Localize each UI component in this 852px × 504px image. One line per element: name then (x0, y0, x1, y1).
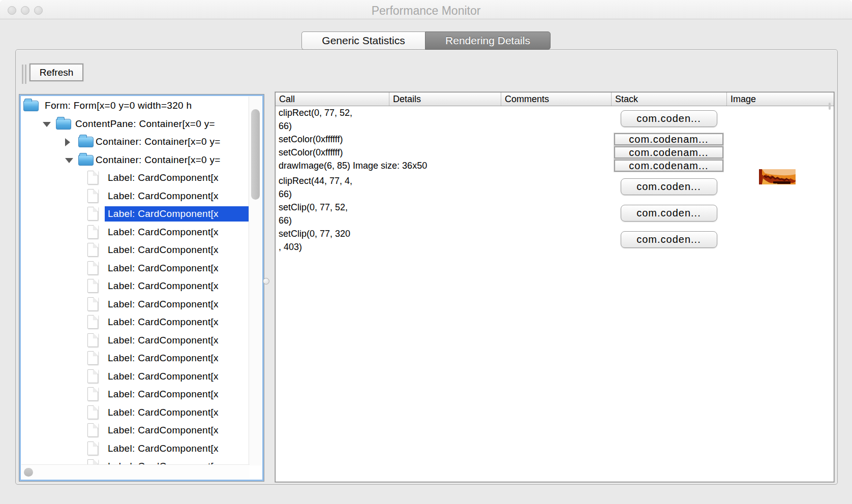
tree-node[interactable]: Label: CardComponent[x (21, 277, 250, 295)
column-header-comments[interactable]: Comments (501, 92, 611, 106)
table-row[interactable]: setColor(0xffffff)com.codenam... (276, 133, 834, 146)
document-icon (87, 243, 98, 257)
comments-cell (501, 227, 611, 254)
details-cell (389, 146, 501, 159)
tree-node[interactable]: Label: CardComponent[x (21, 295, 250, 313)
disclosure-open-icon[interactable] (43, 122, 51, 127)
table-vertical-scrollbar-thumb[interactable] (829, 103, 831, 110)
tree-node-label: Label: CardComponent[x (105, 423, 250, 438)
stack-trace-button[interactable]: com.coden... (621, 178, 717, 195)
tree-node[interactable]: Label: CardComponent[x (21, 223, 250, 241)
comments-cell (501, 106, 611, 133)
stack-cell: com.codenam... (611, 146, 726, 159)
toolbar-drag-handle[interactable] (22, 65, 27, 84)
tree-node-label: Label: CardComponent[x (105, 333, 250, 348)
comments-cell (501, 159, 611, 174)
stack-trace-button[interactable]: com.codenam... (614, 133, 723, 145)
image-cell (726, 146, 834, 159)
tree-node-label: Label: CardComponent[x (105, 387, 250, 402)
tab-rendering-details[interactable]: Rendering Details (425, 32, 551, 50)
image-cell (726, 227, 834, 254)
tree-node[interactable]: Label: CardComponent[x (21, 313, 250, 331)
tree-node[interactable]: Label: CardComponent[x (21, 331, 250, 350)
image-cell (726, 106, 834, 133)
tab-content-panel: Refresh Form: Form[x=0 y=0 width=320 hCo… (15, 49, 838, 485)
tab-bar: Generic Statistics Rendering Details (301, 32, 551, 50)
column-header-call[interactable]: Call (276, 92, 389, 106)
render-calls-table: Call Details Comments Stack Image clipRe… (275, 92, 834, 482)
tree-node-label: Label: CardComponent[x (105, 278, 250, 294)
tree-node-label-selected: Label: CardComponent[x (105, 206, 250, 222)
table-row[interactable]: drawImage(6, 85) Image size: 36x50com.co… (276, 159, 834, 174)
comments-cell (501, 174, 611, 201)
document-icon (87, 387, 98, 401)
stack-cell: com.coden... (611, 227, 726, 254)
tree-node[interactable]: Label: CardComponent[x (21, 439, 250, 458)
tree-node[interactable]: Label: CardComponent[x (21, 241, 250, 259)
tree-node[interactable]: Label: CardComponent[x (21, 169, 250, 187)
app-window: Performance Monitor Generic Statistics R… (0, 0, 852, 504)
tree-node-label: Container: Container[x=0 y= (93, 134, 250, 149)
table-row[interactable]: setColor(0xffffff)com.codenam... (276, 146, 834, 159)
table-header: Call Details Comments Stack Image (276, 92, 834, 106)
tree-vertical-scrollbar[interactable] (249, 97, 262, 465)
table-row[interactable]: clipRect(44, 77, 4, 66)com.coden... (276, 174, 834, 201)
call-cell: drawImage(6, 85) Image size: 36x50 (276, 159, 389, 174)
tree-vertical-scrollbar-thumb[interactable] (251, 109, 260, 200)
component-tree-pane: Form: Form[x=0 y=0 width=320 hContentPan… (19, 94, 264, 482)
details-cell (389, 106, 501, 133)
table-row[interactable]: setClip(0, 77, 320 , 403)com.coden... (276, 227, 834, 254)
folder-icon (23, 101, 39, 111)
tree-node[interactable]: Label: CardComponent[x (21, 205, 250, 223)
document-icon (87, 261, 98, 275)
disclosure-closed-icon[interactable] (65, 138, 70, 146)
tree-node[interactable]: Form: Form[x=0 y=0 width=320 h (21, 97, 250, 115)
image-cell (726, 159, 834, 174)
tree-node-label: Label: CardComponent[x (105, 297, 250, 312)
comments-cell (501, 146, 611, 159)
column-header-details[interactable]: Details (389, 92, 501, 106)
tree-node-label: Label: CardComponent[x (105, 188, 250, 204)
splitpane-divider-handle[interactable] (263, 278, 269, 285)
tree-node[interactable]: Label: CardComponent[x (21, 259, 250, 277)
stack-trace-button[interactable]: com.codenam... (614, 160, 723, 172)
component-tree: Form: Form[x=0 y=0 width=320 hContentPan… (21, 97, 250, 465)
document-icon (87, 225, 98, 239)
tree-horizontal-scrollbar[interactable] (21, 464, 250, 479)
tree-node[interactable]: ContentPane: Container[x=0 y= (21, 115, 250, 133)
tree-node[interactable]: Label: CardComponent[x (21, 403, 250, 422)
table-row[interactable]: setClip(0, 77, 52, 66)com.coden... (276, 201, 834, 227)
tree-horizontal-scrollbar-thumb[interactable] (24, 468, 33, 477)
table-row[interactable]: clipRect(0, 77, 52, 66)com.coden... (276, 106, 834, 133)
column-header-stack[interactable]: Stack (611, 92, 726, 106)
document-icon (87, 297, 98, 311)
comments-cell (501, 133, 611, 146)
tree-node[interactable]: Label: CardComponent[x (21, 187, 250, 205)
stack-cell: com.codenam... (611, 133, 726, 146)
tree-node-label: Label: CardComponent[x (105, 314, 250, 330)
tree-node[interactable]: Label: CardComponent[x (21, 421, 250, 439)
document-icon (87, 442, 98, 455)
tree-node-label: Label: CardComponent[x (105, 351, 250, 366)
image-cell (726, 133, 834, 146)
document-icon (87, 351, 98, 365)
tree-node[interactable]: Container: Container[x=0 y= (21, 133, 250, 151)
tree-node[interactable]: Label: CardComponent[x (21, 385, 250, 403)
tree-node[interactable]: Container: Container[x=0 y= (21, 151, 250, 169)
comments-cell (501, 201, 611, 227)
document-icon (87, 423, 98, 437)
stack-trace-button[interactable]: com.codenam... (614, 146, 723, 159)
tab-generic-statistics[interactable]: Generic Statistics (301, 32, 425, 50)
stack-trace-button[interactable]: com.coden... (621, 231, 717, 248)
stack-cell: com.codenam... (611, 159, 726, 174)
stack-trace-button[interactable]: com.coden... (621, 205, 717, 222)
refresh-button[interactable]: Refresh (29, 64, 83, 81)
tree-node[interactable]: Label: CardComponent[x (21, 367, 250, 386)
disclosure-open-icon[interactable] (65, 158, 73, 163)
column-header-image[interactable]: Image (726, 92, 834, 106)
tree-node-label: Label: CardComponent[x (105, 170, 250, 185)
stack-trace-button[interactable]: com.coden... (621, 110, 717, 127)
tree-node[interactable]: Label: CardComponent[x (21, 349, 250, 367)
tree-node-label: Label: CardComponent[x (105, 242, 250, 258)
table-body: clipRect(0, 77, 52, 66)com.coden...setCo… (276, 106, 834, 254)
